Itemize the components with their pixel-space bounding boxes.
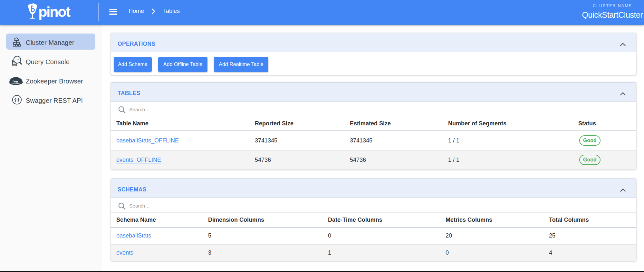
svg-text:zoo: zoo (12, 79, 18, 83)
